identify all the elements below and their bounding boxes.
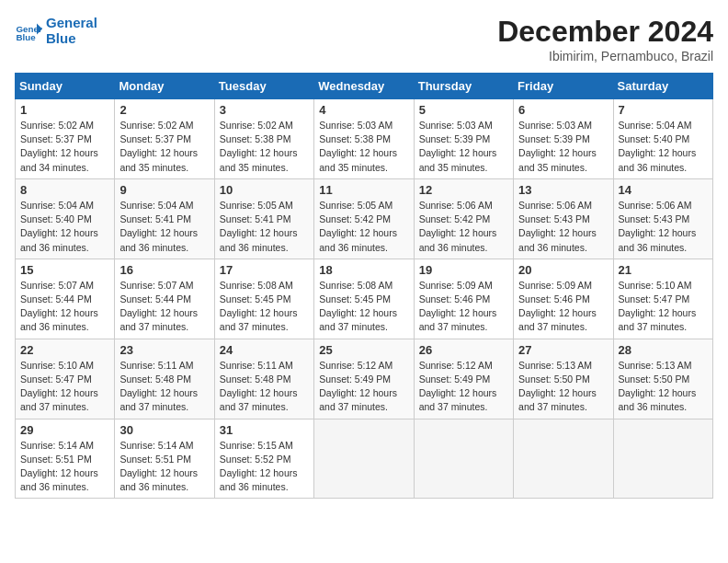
calendar-week-row: 22 Sunrise: 5:10 AM Sunset: 5:47 PM Dayl… bbox=[16, 339, 713, 419]
daylight-label: Daylight: 12 hours and 36 minutes. bbox=[518, 227, 597, 252]
sunset-label: Sunset: 5:37 PM bbox=[20, 133, 92, 144]
sunrise-label: Sunrise: 5:02 AM bbox=[119, 120, 193, 131]
daylight-label: Daylight: 12 hours and 37 minutes. bbox=[220, 307, 298, 332]
daylight-label: Daylight: 12 hours and 37 minutes. bbox=[518, 307, 597, 332]
sunset-label: Sunset: 5:50 PM bbox=[518, 373, 590, 385]
sunrise-label: Sunrise: 5:12 AM bbox=[319, 360, 392, 371]
daylight-label: Daylight: 12 hours and 36 minutes. bbox=[619, 147, 697, 172]
table-row: 25 Sunrise: 5:12 AM Sunset: 5:49 PM Dayl… bbox=[314, 339, 414, 419]
daylight-label: Daylight: 12 hours and 36 minutes. bbox=[119, 227, 198, 252]
calendar-header-row: Sunday Monday Tuesday Wednesday Thursday… bbox=[16, 74, 713, 99]
table-row bbox=[514, 419, 613, 499]
table-row: 4 Sunrise: 5:03 AM Sunset: 5:38 PM Dayli… bbox=[314, 99, 414, 179]
sunrise-label: Sunrise: 5:02 AM bbox=[220, 120, 293, 131]
day-info: Sunrise: 5:12 AM Sunset: 5:49 PM Dayligh… bbox=[319, 359, 408, 415]
sunrise-label: Sunrise: 5:07 AM bbox=[20, 280, 94, 291]
sunrise-label: Sunrise: 5:06 AM bbox=[518, 200, 592, 211]
col-monday: Monday bbox=[115, 74, 214, 99]
day-number: 9 bbox=[119, 183, 209, 197]
sunrise-label: Sunrise: 5:10 AM bbox=[619, 280, 692, 291]
daylight-label: Daylight: 12 hours and 36 minutes. bbox=[619, 227, 697, 252]
sunset-label: Sunset: 5:45 PM bbox=[319, 293, 391, 304]
daylight-label: Daylight: 12 hours and 34 minutes. bbox=[20, 147, 98, 172]
daylight-label: Daylight: 12 hours and 36 minutes. bbox=[20, 227, 98, 252]
table-row bbox=[414, 419, 513, 499]
day-number: 13 bbox=[518, 183, 608, 197]
daylight-label: Daylight: 12 hours and 37 minutes. bbox=[619, 307, 697, 332]
day-info: Sunrise: 5:02 AM Sunset: 5:38 PM Dayligh… bbox=[220, 119, 309, 175]
sunset-label: Sunset: 5:46 PM bbox=[518, 293, 590, 304]
day-number: 17 bbox=[220, 263, 309, 277]
sunrise-label: Sunrise: 5:03 AM bbox=[419, 120, 493, 131]
table-row: 27 Sunrise: 5:13 AM Sunset: 5:50 PM Dayl… bbox=[514, 339, 613, 419]
day-number: 15 bbox=[20, 263, 109, 277]
day-number: 28 bbox=[619, 343, 708, 357]
table-row: 9 Sunrise: 5:04 AM Sunset: 5:41 PM Dayli… bbox=[115, 178, 214, 259]
day-number: 25 bbox=[319, 343, 408, 357]
sunrise-label: Sunrise: 5:02 AM bbox=[20, 120, 94, 131]
day-info: Sunrise: 5:10 AM Sunset: 5:47 PM Dayligh… bbox=[619, 279, 708, 335]
sunset-label: Sunset: 5:47 PM bbox=[619, 293, 690, 304]
calendar-week-row: 1 Sunrise: 5:02 AM Sunset: 5:37 PM Dayli… bbox=[16, 99, 713, 179]
table-row: 7 Sunrise: 5:04 AM Sunset: 5:40 PM Dayli… bbox=[613, 99, 712, 179]
sunset-label: Sunset: 5:42 PM bbox=[319, 213, 391, 224]
table-row: 26 Sunrise: 5:12 AM Sunset: 5:49 PM Dayl… bbox=[414, 339, 513, 419]
sunset-label: Sunset: 5:49 PM bbox=[419, 373, 491, 385]
day-number: 2 bbox=[119, 103, 209, 117]
logo-text-line1: General bbox=[46, 15, 97, 30]
day-number: 26 bbox=[419, 343, 508, 357]
day-info: Sunrise: 5:02 AM Sunset: 5:37 PM Dayligh… bbox=[119, 119, 209, 175]
day-info: Sunrise: 5:13 AM Sunset: 5:50 PM Dayligh… bbox=[518, 359, 608, 415]
day-info: Sunrise: 5:07 AM Sunset: 5:44 PM Dayligh… bbox=[20, 279, 109, 335]
sunset-label: Sunset: 5:44 PM bbox=[20, 293, 92, 304]
sunset-label: Sunset: 5:48 PM bbox=[220, 373, 291, 385]
sunset-label: Sunset: 5:51 PM bbox=[119, 454, 191, 465]
calendar-table: Sunday Monday Tuesday Wednesday Thursday… bbox=[15, 73, 713, 499]
day-number: 4 bbox=[319, 103, 408, 117]
daylight-label: Daylight: 12 hours and 37 minutes. bbox=[518, 387, 597, 412]
day-number: 19 bbox=[419, 263, 508, 277]
table-row: 8 Sunrise: 5:04 AM Sunset: 5:40 PM Dayli… bbox=[16, 178, 115, 259]
day-info: Sunrise: 5:14 AM Sunset: 5:51 PM Dayligh… bbox=[119, 439, 209, 495]
table-row: 12 Sunrise: 5:06 AM Sunset: 5:42 PM Dayl… bbox=[414, 178, 513, 259]
daylight-label: Daylight: 12 hours and 36 minutes. bbox=[319, 227, 397, 252]
day-number: 14 bbox=[619, 183, 708, 197]
day-info: Sunrise: 5:12 AM Sunset: 5:49 PM Dayligh… bbox=[419, 359, 508, 415]
table-row: 24 Sunrise: 5:11 AM Sunset: 5:48 PM Dayl… bbox=[214, 339, 313, 419]
sunset-label: Sunset: 5:46 PM bbox=[419, 293, 491, 304]
day-number: 23 bbox=[119, 343, 209, 357]
day-info: Sunrise: 5:05 AM Sunset: 5:42 PM Dayligh… bbox=[319, 199, 408, 255]
sunrise-label: Sunrise: 5:14 AM bbox=[20, 440, 94, 451]
day-info: Sunrise: 5:13 AM Sunset: 5:50 PM Dayligh… bbox=[619, 359, 708, 415]
daylight-label: Daylight: 12 hours and 35 minutes. bbox=[319, 147, 397, 172]
table-row: 17 Sunrise: 5:08 AM Sunset: 5:45 PM Dayl… bbox=[214, 259, 313, 339]
sunset-label: Sunset: 5:38 PM bbox=[319, 133, 391, 144]
table-row: 5 Sunrise: 5:03 AM Sunset: 5:39 PM Dayli… bbox=[414, 99, 513, 179]
sunset-label: Sunset: 5:50 PM bbox=[619, 373, 690, 385]
sunset-label: Sunset: 5:47 PM bbox=[20, 373, 92, 385]
sunrise-label: Sunrise: 5:09 AM bbox=[518, 280, 592, 291]
table-row: 16 Sunrise: 5:07 AM Sunset: 5:44 PM Dayl… bbox=[115, 259, 214, 339]
table-row: 6 Sunrise: 5:03 AM Sunset: 5:39 PM Dayli… bbox=[514, 99, 613, 179]
daylight-label: Daylight: 12 hours and 37 minutes. bbox=[419, 307, 497, 332]
table-row: 29 Sunrise: 5:14 AM Sunset: 5:51 PM Dayl… bbox=[16, 419, 115, 499]
day-number: 5 bbox=[419, 103, 508, 117]
daylight-label: Daylight: 12 hours and 37 minutes. bbox=[119, 307, 198, 332]
daylight-label: Daylight: 12 hours and 36 minutes. bbox=[20, 307, 98, 332]
table-row: 1 Sunrise: 5:02 AM Sunset: 5:37 PM Dayli… bbox=[16, 99, 115, 179]
daylight-label: Daylight: 12 hours and 36 minutes. bbox=[220, 467, 298, 492]
sunrise-label: Sunrise: 5:12 AM bbox=[419, 360, 493, 371]
day-number: 10 bbox=[220, 183, 309, 197]
table-row: 22 Sunrise: 5:10 AM Sunset: 5:47 PM Dayl… bbox=[16, 339, 115, 419]
table-row: 21 Sunrise: 5:10 AM Sunset: 5:47 PM Dayl… bbox=[613, 259, 712, 339]
sunset-label: Sunset: 5:39 PM bbox=[518, 133, 590, 144]
sunrise-label: Sunrise: 5:13 AM bbox=[518, 360, 592, 371]
sunrise-label: Sunrise: 5:05 AM bbox=[220, 200, 293, 211]
logo: General Blue General Blue bbox=[15, 15, 97, 47]
day-number: 1 bbox=[20, 103, 109, 117]
day-info: Sunrise: 5:04 AM Sunset: 5:41 PM Dayligh… bbox=[119, 199, 209, 255]
day-number: 29 bbox=[20, 423, 109, 437]
day-number: 21 bbox=[619, 263, 708, 277]
day-number: 8 bbox=[20, 183, 109, 197]
sunset-label: Sunset: 5:45 PM bbox=[220, 293, 291, 304]
